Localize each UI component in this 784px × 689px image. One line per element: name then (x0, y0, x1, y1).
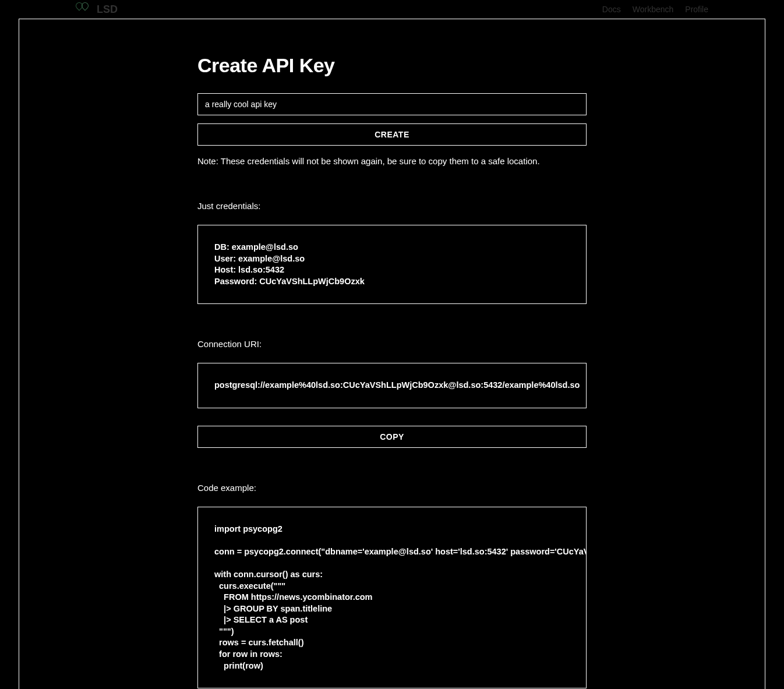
credentials-label: Just credentials: (197, 201, 587, 211)
nav: Docs Workbench Profile (602, 5, 708, 14)
header: LSD Docs Workbench Profile (0, 0, 784, 19)
logo-icon (76, 1, 92, 17)
page-title: Create API Key (197, 54, 587, 77)
credentials-note: Note: These credentials will not be show… (197, 156, 587, 166)
nav-docs[interactable]: Docs (602, 5, 621, 14)
connection-uri-box: postgresql://example%40lsd.so:CUcYaVShLL… (197, 363, 587, 408)
code-example-label: Code example: (197, 483, 587, 493)
copy-button[interactable]: COPY (197, 426, 587, 448)
credentials-box: DB: example@lsd.so User: example@lsd.so … (197, 225, 587, 304)
credentials-section: Just credentials: DB: example@lsd.so Use… (197, 201, 587, 304)
connection-uri-section: Connection URI: postgresql://example%40l… (197, 339, 587, 448)
code-example-box: import psycopg2 conn = psycopg2.connect(… (197, 507, 587, 688)
connection-uri-label: Connection URI: (197, 339, 587, 349)
logo[interactable]: LSD (76, 1, 118, 17)
code-example-section: Code example: import psycopg2 conn = psy… (197, 483, 587, 688)
modal-overlay: Create API Key CREATE Note: These creden… (19, 19, 765, 689)
container: Create API Key CREATE Note: These creden… (188, 54, 596, 688)
nav-workbench[interactable]: Workbench (633, 5, 674, 14)
create-button[interactable]: CREATE (197, 123, 587, 146)
nav-profile[interactable]: Profile (685, 5, 708, 14)
api-key-name-input[interactable] (197, 93, 587, 115)
logo-text: LSD (97, 3, 118, 16)
